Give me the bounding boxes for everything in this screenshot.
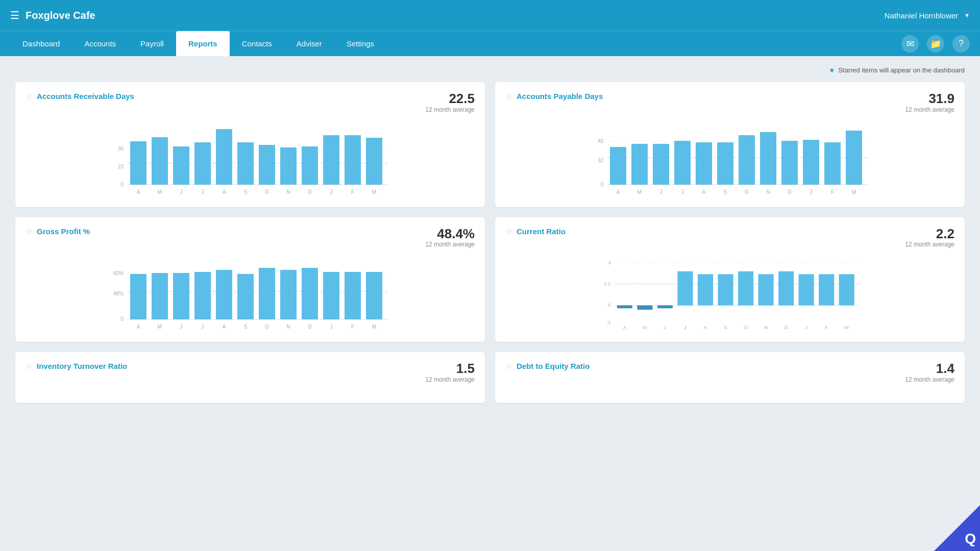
svg-text:J: J bbox=[681, 189, 684, 195]
svg-text:23: 23 bbox=[118, 164, 124, 169]
svg-rect-69 bbox=[130, 274, 146, 319]
star-toggle[interactable]: ☆ bbox=[26, 361, 33, 371]
svg-rect-16 bbox=[323, 135, 339, 185]
card-title: Debt to Equity Ratio bbox=[517, 362, 590, 370]
svg-rect-38 bbox=[610, 147, 626, 185]
card-avg: 12 month average bbox=[425, 241, 475, 248]
user-dropdown-arrow[interactable]: ▼ bbox=[964, 12, 970, 18]
svg-text:J: J bbox=[330, 189, 333, 195]
card-value: 22.5 bbox=[425, 91, 475, 106]
card-avg: 12 month average bbox=[425, 376, 475, 383]
nav-adviser[interactable]: Adviser bbox=[284, 31, 334, 56]
nav-payroll[interactable]: Payroll bbox=[128, 31, 176, 56]
svg-rect-9 bbox=[173, 146, 189, 185]
svg-text:2.2: 2.2 bbox=[604, 281, 611, 286]
card-value-area: 22.5 12 month average bbox=[425, 91, 475, 113]
chart-svg: 40 32 0 A M bbox=[505, 118, 954, 200]
svg-rect-73 bbox=[216, 270, 232, 319]
svg-rect-79 bbox=[345, 272, 361, 319]
svg-text:J: J bbox=[684, 324, 687, 330]
svg-rect-43 bbox=[717, 142, 733, 185]
nav-dashboard[interactable]: Dashboard bbox=[10, 31, 72, 56]
svg-text:F: F bbox=[351, 189, 354, 195]
svg-rect-17 bbox=[345, 135, 361, 185]
card-header: ☆ Inventory Turnover Ratio 1.5 12 month … bbox=[26, 361, 475, 383]
star-toggle[interactable]: ☆ bbox=[505, 227, 512, 236]
svg-rect-108 bbox=[758, 274, 774, 306]
svg-rect-71 bbox=[173, 273, 189, 319]
svg-rect-75 bbox=[259, 268, 275, 319]
nav-settings[interactable]: Settings bbox=[334, 31, 386, 56]
svg-text:J: J bbox=[202, 324, 204, 330]
card-title: Accounts Receivable Days bbox=[37, 92, 134, 101]
star-toggle[interactable]: ☆ bbox=[26, 227, 33, 236]
svg-rect-12 bbox=[237, 142, 254, 185]
card-value: 1.4 bbox=[905, 361, 954, 376]
nav-accounts[interactable]: Accounts bbox=[72, 31, 128, 56]
svg-rect-18 bbox=[366, 138, 382, 185]
svg-text:D: D bbox=[308, 324, 311, 330]
card-current-ratio: ☆ Current Ratio 2.2 12 month average bbox=[495, 217, 965, 342]
svg-text:A: A bbox=[617, 189, 620, 195]
svg-text:0: 0 bbox=[608, 303, 610, 308]
star-toggle[interactable]: ☆ bbox=[26, 91, 33, 101]
menu-icon[interactable]: ☰ bbox=[10, 9, 19, 21]
topbar-right: Nathaniel Hornblower ▼ bbox=[885, 11, 970, 20]
svg-rect-47 bbox=[803, 140, 819, 185]
svg-rect-112 bbox=[839, 274, 854, 306]
svg-text:-1: -1 bbox=[606, 319, 610, 325]
svg-rect-8 bbox=[152, 137, 168, 185]
card-header: ☆ Gross Profit % 48.4% 12 month average bbox=[26, 227, 475, 248]
card-debt-to-equity: ☆ Debt to Equity Ratio 1.4 12 month aver… bbox=[495, 352, 965, 403]
card-value-area: 1.5 12 month average bbox=[425, 361, 475, 383]
nav-reports[interactable]: Reports bbox=[176, 31, 230, 56]
svg-text:N: N bbox=[286, 189, 290, 195]
svg-text:O: O bbox=[744, 324, 747, 330]
card-value: 2.2 bbox=[905, 227, 954, 241]
mail-icon[interactable]: ✉ bbox=[901, 35, 919, 53]
svg-text:A: A bbox=[223, 324, 226, 330]
card-title-area: ☆ Accounts Receivable Days bbox=[26, 91, 134, 101]
card-title: Current Ratio bbox=[517, 227, 566, 236]
svg-text:D: D bbox=[785, 324, 788, 330]
star-toggle[interactable]: ☆ bbox=[505, 91, 512, 101]
nav-icons: ✉ 📁 ? bbox=[901, 35, 970, 53]
svg-text:N: N bbox=[286, 324, 290, 330]
folder-icon[interactable]: 📁 bbox=[927, 35, 944, 53]
svg-text:M: M bbox=[852, 189, 856, 195]
svg-text:A: A bbox=[137, 189, 140, 195]
svg-text:J: J bbox=[660, 189, 663, 195]
chart-container: 3 2.2 0 -1 bbox=[505, 253, 954, 335]
svg-text:M: M bbox=[643, 324, 647, 330]
svg-rect-103 bbox=[657, 306, 673, 309]
card-avg: 12 month average bbox=[905, 241, 954, 248]
nav-contacts[interactable]: Contacts bbox=[230, 31, 284, 56]
svg-text:N: N bbox=[766, 189, 770, 195]
card-value: 31.9 bbox=[905, 91, 954, 106]
card-gross-profit: ☆ Gross Profit % 48.4% 12 month average … bbox=[15, 217, 485, 342]
chart-container: 60% 48% 0 A M bbox=[26, 253, 475, 335]
svg-text:32: 32 bbox=[598, 158, 604, 163]
help-icon[interactable]: ? bbox=[952, 35, 970, 53]
card-value: 1.5 bbox=[425, 361, 475, 376]
svg-rect-106 bbox=[718, 274, 733, 306]
svg-text:F: F bbox=[351, 324, 354, 330]
watermark-q: Q bbox=[965, 531, 976, 547]
card-header: ☆ Accounts Payable Days 31.9 12 month av… bbox=[505, 91, 954, 113]
chart-svg: 60% 48% 0 A M bbox=[26, 253, 475, 335]
svg-text:M: M bbox=[638, 189, 642, 195]
cards-grid: ☆ Accounts Receivable Days 22.5 12 month… bbox=[15, 82, 965, 403]
svg-text:A: A bbox=[137, 324, 140, 330]
card-value-area: 2.2 12 month average bbox=[905, 227, 954, 248]
svg-text:M: M bbox=[372, 324, 376, 330]
svg-text:F: F bbox=[831, 189, 834, 195]
card-title-area: ☆ Debt to Equity Ratio bbox=[505, 361, 590, 371]
svg-rect-45 bbox=[760, 132, 776, 185]
svg-rect-48 bbox=[824, 142, 841, 185]
svg-rect-11 bbox=[216, 129, 232, 185]
card-accounts-receivable: ☆ Accounts Receivable Days 22.5 12 month… bbox=[15, 82, 485, 207]
card-value-area: 48.4% 12 month average bbox=[425, 227, 475, 248]
svg-text:30: 30 bbox=[118, 146, 124, 152]
chart-svg: 30 23 0 bbox=[26, 118, 475, 200]
star-toggle[interactable]: ☆ bbox=[505, 361, 512, 371]
